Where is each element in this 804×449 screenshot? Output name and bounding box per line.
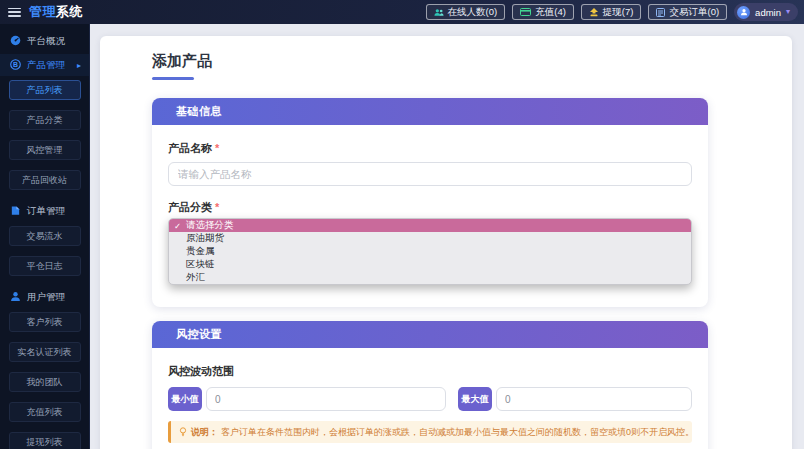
content-panel: 添加产品 基础信息 产品名称* 产品分类* ✓ 请选择分类 原油期货 [100, 36, 792, 449]
sidebar-item-product-management[interactable]: B 产品管理 ▸ [0, 54, 89, 76]
basic-info-header: 基础信息 [152, 98, 708, 125]
product-category-label: 产品分类* [168, 200, 692, 215]
topbar-right: 在线人数(0) 充值(4) 提现(7) 交易订单(0) admin ▾ [426, 3, 798, 21]
caret-icon: ▸ [77, 61, 81, 70]
risk-control-body: 风控波动范围 最小值 最大值 说明： 客户订单在条件范围内时，会根据订单的涨或跌… [152, 348, 708, 449]
svg-text:B: B [13, 60, 18, 67]
online-users-label: 在线人数(0) [448, 6, 498, 19]
tip-text: 客户订单在条件范围内时，会根据订单的涨或跌，自动减或加最小值与最大值之间的随机数… [221, 426, 692, 439]
required-asterisk: * [215, 201, 219, 213]
app-brand: 管理系统 [29, 3, 83, 21]
sidebar-item-label: 订单管理 [27, 205, 65, 218]
sidebar-subitem-kyc-list[interactable]: 实名认证列表 [9, 342, 81, 362]
sidebar-subitem-withdraw-list[interactable]: 提现列表 [9, 432, 81, 449]
topbar: 管理系统 在线人数(0) 充值(4) 提现(7) 交易订单(0) admin ▾ [0, 0, 804, 24]
sidebar-subitem-my-team[interactable]: 我的团队 [9, 372, 81, 392]
withdraw-badge[interactable]: 提现(7) [581, 4, 642, 20]
bitcoin-icon: B [10, 59, 21, 72]
check-icon: ✓ [174, 221, 186, 231]
min-value-button[interactable]: 最小值 [168, 387, 202, 411]
online-users-badge[interactable]: 在线人数(0) [426, 4, 506, 20]
user-avatar-icon [737, 6, 750, 19]
user-icon [10, 291, 21, 304]
dropdown-option-forex[interactable]: 外汇 [169, 271, 691, 284]
product-name-label: 产品名称* [168, 141, 692, 156]
withdraw-coins-icon [589, 8, 599, 17]
risk-range-row: 最小值 最大值 [168, 387, 692, 411]
max-value-input[interactable] [496, 387, 692, 411]
risk-tip-box: 说明： 客户订单在条件范围内时，会根据订单的涨或跌，自动减或加最小值与最大值之间… [168, 421, 692, 443]
sidebar-subitem-product-category[interactable]: 产品分类 [9, 110, 81, 130]
lightbulb-icon [179, 423, 191, 441]
category-dropdown: ✓ 请选择分类 原油期货 贵金属 区块链 外汇 [168, 218, 692, 285]
sidebar-subitem-risk-management[interactable]: 风控管理 [9, 140, 81, 160]
hamburger-menu-icon[interactable] [8, 8, 21, 17]
sidebar-item-order-management[interactable]: 订单管理 [0, 200, 89, 222]
sidebar-item-platform-overview[interactable]: 平台概况 [0, 30, 89, 52]
page-title: 添加产品 [152, 52, 792, 71]
dropdown-option-precious-metals[interactable]: 贵金属 [169, 245, 691, 258]
admin-menu-button[interactable]: admin ▾ [734, 3, 798, 21]
main-content: 添加产品 基础信息 产品名称* 产品分类* ✓ 请选择分类 原油期货 [90, 24, 804, 449]
product-name-input[interactable] [168, 162, 692, 186]
sidebar: 平台概况 B 产品管理 ▸ 产品列表 产品分类 风控管理 产品回收站 订单管理 … [0, 24, 90, 449]
dropdown-option-crude-futures[interactable]: 原油期货 [169, 232, 691, 245]
tip-prefix: 说明： [191, 426, 218, 439]
required-asterisk: * [215, 142, 219, 154]
chevron-down-icon: ▾ [786, 8, 790, 16]
sidebar-item-user-management[interactable]: 用户管理 [0, 286, 89, 308]
sidebar-subitem-close-position-log[interactable]: 平仓日志 [9, 256, 81, 276]
sidebar-subitem-product-list[interactable]: 产品列表 [9, 80, 81, 100]
deposit-label: 充值(4) [535, 6, 566, 19]
basic-info-card: 基础信息 产品名称* 产品分类* ✓ 请选择分类 原油期货 贵金属 区块链 [152, 98, 708, 307]
dropdown-option-blockchain[interactable]: 区块链 [169, 258, 691, 271]
max-value-button[interactable]: 最大值 [458, 387, 492, 411]
basic-info-body: 产品名称* 产品分类* ✓ 请选择分类 原油期货 贵金属 区块链 外汇 [152, 125, 708, 307]
sidebar-subitem-deposit-list[interactable]: 充值列表 [9, 402, 81, 422]
orders-icon [656, 8, 665, 17]
dashboard-icon [10, 35, 21, 48]
risk-range-label: 风控波动范围 [168, 364, 692, 379]
min-value-input[interactable] [206, 387, 446, 411]
deposit-card-icon [520, 8, 531, 16]
risk-control-card: 风控设置 风控波动范围 最小值 最大值 说明： 客户订单在条件范围内时，会根据订… [152, 321, 708, 449]
title-underline [152, 77, 194, 80]
admin-username: admin [755, 7, 781, 18]
sidebar-subitem-customer-list[interactable]: 客户列表 [9, 312, 81, 332]
users-icon [434, 8, 444, 17]
trade-orders-label: 交易订单(0) [669, 6, 719, 19]
brand-highlight: 管理 [29, 4, 56, 19]
brand-rest: 系统 [56, 4, 83, 19]
risk-control-header: 风控设置 [152, 321, 708, 348]
sidebar-item-label: 用户管理 [27, 291, 65, 304]
trade-orders-badge[interactable]: 交易订单(0) [648, 4, 727, 20]
deposit-badge[interactable]: 充值(4) [512, 4, 574, 20]
sidebar-subitem-product-recycle-bin[interactable]: 产品回收站 [9, 170, 81, 190]
withdraw-label: 提现(7) [603, 6, 634, 19]
sidebar-item-label: 产品管理 [27, 59, 65, 72]
sidebar-item-label: 平台概况 [27, 35, 65, 48]
dropdown-option-selected[interactable]: ✓ 请选择分类 [169, 219, 691, 232]
order-file-icon [10, 205, 21, 218]
sidebar-subitem-trade-flow[interactable]: 交易流水 [9, 226, 81, 246]
